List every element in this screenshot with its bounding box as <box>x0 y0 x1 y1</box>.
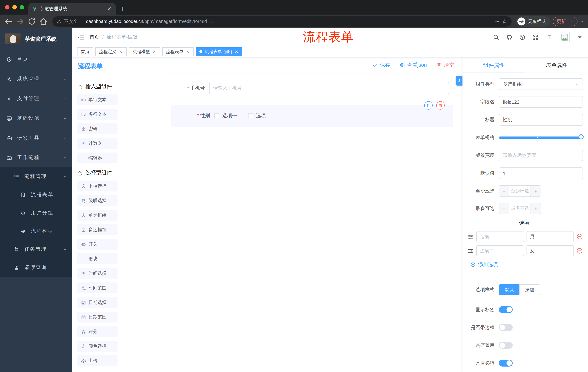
browser-update-button[interactable]: 更新 <box>553 17 578 26</box>
home-icon[interactable] <box>39 17 48 26</box>
github-icon[interactable] <box>506 34 512 40</box>
avatar-caret-down-icon[interactable] <box>577 34 583 40</box>
component-type-select[interactable]: 多选框组 <box>499 78 583 90</box>
reload-icon[interactable] <box>27 17 36 26</box>
disabled-toggle[interactable] <box>499 342 513 349</box>
fullscreen-icon[interactable] <box>532 34 538 40</box>
address-bar[interactable]: 不安全 dashboard.yudao.iocoder.cn/bpm/manag… <box>52 16 512 27</box>
forward-icon[interactable] <box>15 17 25 26</box>
sidebar-item-devtools[interactable]: 研发工具 <box>0 128 72 148</box>
sidebar-item-leave-query[interactable]: 请假查询 <box>0 258 72 277</box>
checkbox-icon[interactable] <box>214 113 220 118</box>
sidebar-item-payment[interactable]: ¥支付管理 <box>0 89 72 108</box>
zoom-window-button[interactable] <box>20 5 24 10</box>
sidebar-item-process-model[interactable]: 流程模型 <box>0 222 72 240</box>
palette-item[interactable]: 滑块 <box>77 253 117 264</box>
search-icon[interactable] <box>493 34 499 40</box>
palette-item[interactable]: 评分 <box>77 326 117 337</box>
option-style-按钮[interactable]: 按钮 <box>519 284 540 295</box>
new-tab-button[interactable]: ＋ <box>119 4 126 13</box>
min-select-stepper[interactable]: − 至少应选 + <box>499 185 541 197</box>
sidebar-item-system[interactable]: 系统管理 <box>0 69 72 89</box>
with-border-toggle[interactable] <box>499 324 513 331</box>
save-button[interactable]: 保存 <box>372 62 390 68</box>
palette-item[interactable]: 密码 <box>77 123 117 134</box>
tab-form-props[interactable]: 表单属性 <box>525 58 588 73</box>
remove-option-icon[interactable] <box>576 233 583 240</box>
close-tag-icon[interactable]: ✕ <box>234 50 239 54</box>
back-icon[interactable] <box>4 17 13 26</box>
checkbox-icon[interactable] <box>248 113 253 118</box>
palette-item[interactable]: 时间选择 <box>77 268 117 279</box>
palette-item[interactable]: 日期选择 <box>77 297 117 308</box>
tag-流程定义[interactable]: 流程定义✕ <box>95 47 127 56</box>
show-label-toggle[interactable] <box>499 306 513 313</box>
stepper-minus-button[interactable]: − <box>499 203 509 214</box>
close-tag-icon[interactable]: ✕ <box>186 50 190 54</box>
label-width-input[interactable]: 请输入标签宽度 <box>499 149 583 161</box>
phone-field-row[interactable]: *手机号 请输入手机号 <box>171 82 453 94</box>
close-tag-icon[interactable]: ✕ <box>152 50 157 54</box>
checkbox-option-选项二[interactable]: 选项二 <box>248 112 271 119</box>
delete-component-button[interactable] <box>436 101 445 110</box>
palette-item[interactable]: 开关 <box>77 239 117 250</box>
option-style-默认[interactable]: 默认 <box>499 284 519 295</box>
palette-item[interactable]: 编辑器 <box>77 152 117 163</box>
sidebar-item-process-mgmt[interactable]: 流程管理 <box>0 167 72 186</box>
sidebar-item-task-mgmt[interactable]: 任务管理 <box>0 240 72 258</box>
default-value-input[interactable]: 1 <box>499 167 583 179</box>
browser-menu-dots-icon[interactable] <box>569 19 573 24</box>
sidebar-fold-icon[interactable] <box>77 33 84 41</box>
add-option-button[interactable]: 添加选项 <box>471 261 583 268</box>
tag-流程表单[interactable]: 流程表单✕ <box>162 47 194 56</box>
close-window-button[interactable] <box>5 5 10 10</box>
sidebar-item-home[interactable]: 首页 <box>0 50 72 69</box>
palette-item[interactable]: 日期范围 <box>77 312 117 322</box>
close-tag-icon[interactable]: ✕ <box>119 50 123 54</box>
bookmark-star-icon[interactable] <box>502 19 507 24</box>
sidebar-item-workflow[interactable]: 工作流程 <box>0 148 72 167</box>
clear-button[interactable]: 清空 <box>436 62 454 68</box>
max-select-stepper[interactable]: − 最多可选 + <box>499 203 541 214</box>
duplicate-component-button[interactable] <box>424 101 433 110</box>
minimize-window-button[interactable] <box>12 5 17 10</box>
tab-close-icon[interactable]: ✕ <box>106 6 112 12</box>
view-json-button[interactable]: 查看json <box>400 62 427 68</box>
sidebar-item-user-group[interactable]: 用户分组 <box>0 204 72 222</box>
selected-component-gender[interactable]: *性别 选项一选项二 <box>171 105 453 127</box>
slider-handle[interactable] <box>578 134 584 139</box>
remove-option-icon[interactable] <box>576 247 583 254</box>
field-name-input[interactable]: field122 <box>499 96 583 108</box>
palette-item[interactable]: 上传 <box>77 355 117 366</box>
window-controls[interactable] <box>5 5 24 10</box>
font-size-icon[interactable]: tT <box>546 34 553 40</box>
palette-item[interactable]: 单选框组 <box>77 210 117 221</box>
palette-item[interactable]: 下拉选择 <box>77 181 117 191</box>
palette-item[interactable]: 单行文本 <box>77 94 117 105</box>
form-grid-slider[interactable] <box>499 132 583 143</box>
palette-item[interactable]: 时间范围 <box>77 282 117 293</box>
tag-流程表单-编辑[interactable]: 流程表单-编辑✕ <box>196 47 242 56</box>
sidebar-item-infra[interactable]: 基础设施 <box>0 108 72 128</box>
option-label-input[interactable]: 选项一 <box>476 231 524 242</box>
stepper-plus-button[interactable]: + <box>531 203 541 214</box>
stepper-plus-button[interactable]: + <box>531 186 541 196</box>
password-key-icon[interactable] <box>494 19 500 24</box>
tag-流程模型[interactable]: 流程模型✕ <box>129 47 160 56</box>
avatar[interactable] <box>560 32 570 42</box>
title-input[interactable]: 性别 <box>499 114 583 126</box>
phone-input[interactable]: 请输入手机号 <box>209 82 449 94</box>
required-toggle[interactable] <box>499 360 513 367</box>
palette-item[interactable]: 多行文本 <box>77 109 117 120</box>
palette-item[interactable]: 123计数器 <box>77 138 117 149</box>
tag-首页[interactable]: 首页 <box>77 47 93 56</box>
help-question-icon[interactable] <box>519 34 525 40</box>
breadcrumb-home[interactable]: 首页 <box>90 34 99 40</box>
field-bind-chain-button[interactable] <box>456 76 462 85</box>
option-label-input[interactable]: 选项二 <box>476 245 524 256</box>
toolbar-caret-down-icon[interactable] <box>580 20 584 23</box>
tab-component-props[interactable]: 组件属性 <box>462 58 525 73</box>
palette-item[interactable]: 多选框组 <box>77 224 117 235</box>
palette-item[interactable]: 颜色选择 <box>77 341 117 352</box>
stepper-minus-button[interactable]: − <box>499 186 509 196</box>
